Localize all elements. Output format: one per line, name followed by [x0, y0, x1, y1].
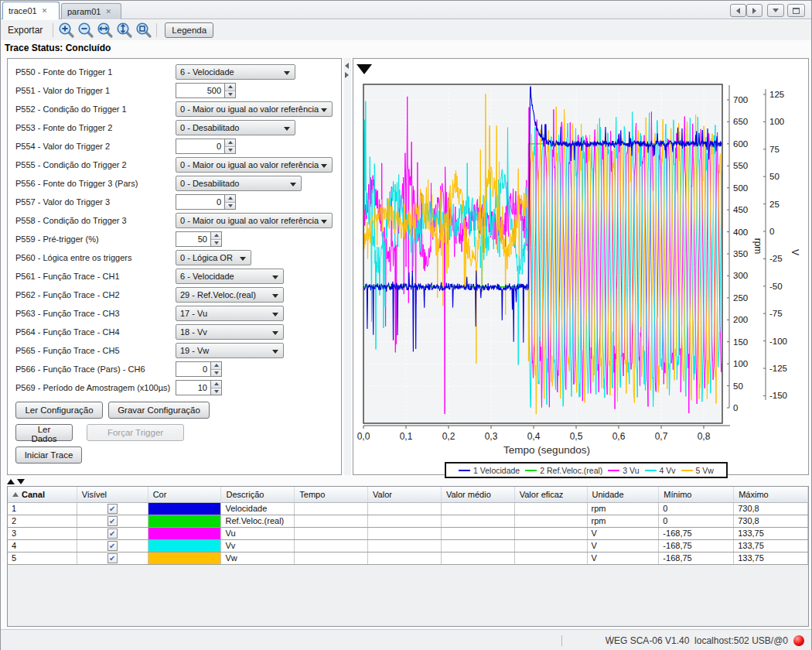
cell-cor [148, 540, 222, 552]
collapse-right-icon[interactable] [345, 72, 349, 78]
spin-down-button[interactable] [225, 146, 235, 154]
table-row-channel-2[interactable]: 2✔Ref.Veloc.(real)rpm0730,8 [8, 515, 808, 528]
column-header-cor[interactable]: Cor [148, 487, 222, 502]
param-select-p556[interactable]: 0 - Desabilitado [176, 176, 302, 191]
color-swatch[interactable] [148, 540, 221, 552]
visible-checkbox[interactable]: ✔ [107, 504, 118, 514]
param-select-p550[interactable]: 6 - Velocidade [176, 64, 295, 80]
param-select-p553[interactable]: 0 - Desabilitado [176, 120, 295, 135]
table-row-channel-4[interactable]: 4✔VvV-168,75133,75 [8, 540, 808, 552]
column-header-visivel[interactable]: Visível [77, 487, 148, 502]
color-swatch[interactable] [148, 515, 221, 527]
color-swatch[interactable] [148, 552, 221, 564]
param-select-p564[interactable]: 18 - Vv [176, 324, 284, 340]
column-header-valor_eficaz[interactable]: Valor eficaz [515, 487, 588, 502]
tab-list-button[interactable] [767, 4, 784, 17]
spin-up-button[interactable] [211, 232, 221, 239]
table-row-channel-5[interactable]: 5✔VwV-168,75133,75 [8, 552, 808, 565]
column-header-minimo[interactable]: Mínimo [659, 487, 734, 502]
tab-param01[interactable]: param01 ✕ [61, 3, 121, 19]
spin-down-button[interactable] [225, 202, 235, 210]
spin-down-button[interactable] [211, 239, 221, 247]
spinbox-value[interactable]: 0 [176, 361, 210, 377]
column-header-tempo[interactable]: Tempo [295, 487, 368, 502]
spin-up-button[interactable] [211, 381, 221, 388]
zoom-out-icon[interactable] [77, 22, 94, 39]
table-row-channel-1[interactable]: 1✔Velocidaderpm0730,8 [8, 503, 808, 515]
param-label: P558 - Condição do Trigger 3 [15, 216, 127, 225]
collapse-up-icon[interactable] [7, 479, 15, 484]
column-header-descricao[interactable]: Descrição [221, 487, 295, 502]
chevron-down-icon [284, 127, 290, 131]
spinbox-value[interactable]: 0 [176, 194, 224, 210]
spinbox-value[interactable]: 10 [176, 380, 210, 395]
column-header-maximo[interactable]: Máximo [734, 487, 808, 502]
maximize-button[interactable] [787, 4, 805, 17]
iniciar-trace-button[interactable]: Iniciar Trace [15, 446, 82, 464]
visible-checkbox[interactable]: ✔ [107, 541, 118, 551]
next-tab-button[interactable] [746, 4, 763, 17]
cell-valor_medio [442, 515, 515, 527]
color-swatch[interactable] [148, 503, 221, 515]
chevron-down-icon [272, 350, 278, 354]
param-select-p558[interactable]: 0 - Maior ou igual ao valor referência [176, 213, 333, 228]
chevron-down-icon [272, 275, 278, 279]
visible-checkbox[interactable]: ✔ [107, 529, 118, 539]
param-select-p552[interactable]: 0 - Maior ou igual ao valor referência [176, 101, 333, 117]
spin-down-button[interactable] [211, 388, 221, 395]
tab-close-icon[interactable]: ✕ [105, 9, 111, 15]
arrow-down-icon [214, 371, 219, 375]
cell-visivel: ✔ [77, 503, 148, 515]
color-swatch[interactable] [148, 528, 221, 539]
svg-text:0,2: 0,2 [442, 431, 455, 442]
spinbox-value[interactable]: 50 [176, 231, 210, 247]
zoom-horizontal-icon[interactable] [96, 22, 114, 39]
exportar-menu[interactable]: Exportar [1, 25, 49, 36]
collapse-down-icon[interactable] [17, 479, 25, 484]
horizontal-splitter[interactable] [1, 478, 811, 485]
spin-down-button[interactable] [225, 91, 235, 98]
tab-trace01[interactable]: trace01 ✕ [2, 2, 60, 19]
cell-maximo: 730,8 [734, 503, 808, 515]
spin-up-button[interactable] [211, 362, 221, 369]
column-header-unidade[interactable]: Unidade [588, 487, 660, 502]
visible-checkbox[interactable]: ✔ [107, 516, 118, 526]
tab-close-icon[interactable]: ✕ [42, 8, 48, 15]
spin-down-button[interactable] [211, 369, 221, 377]
column-header-valor[interactable]: Valor [368, 487, 442, 502]
spin-up-button[interactable] [225, 139, 235, 146]
visible-checkbox[interactable]: ✔ [107, 553, 118, 563]
zoom-in-icon[interactable] [57, 22, 75, 39]
param-select-p565[interactable]: 19 - Vw [176, 343, 284, 358]
column-header-valor_medio[interactable]: Valor médio [442, 487, 515, 502]
legend-label: 5 Vw [696, 466, 714, 475]
spin-up-button[interactable] [225, 84, 235, 91]
vertical-splitter[interactable] [344, 58, 351, 475]
trigger-marker-icon[interactable] [357, 64, 372, 74]
cell-descricao: Vw [221, 552, 295, 564]
previous-tab-button[interactable] [730, 4, 746, 17]
table-row-channel-3[interactable]: 3✔VuV-168,75133,75 [8, 528, 808, 540]
collapse-left-icon[interactable] [345, 63, 349, 69]
param-row-p563: P563 - Função Trace - CH317 - Vu [15, 305, 335, 322]
connection-status-text: WEG SCA-06 V1.40 localhost:502 USB/@0 [606, 635, 788, 646]
param-select-p555[interactable]: 0 - Maior ou igual ao valor referência [176, 157, 333, 173]
ler-dados-button[interactable]: Ler Dados [15, 424, 73, 441]
cell-valor [368, 552, 442, 564]
spin-up-button[interactable] [225, 195, 235, 202]
param-select-p560[interactable]: 0 - Lógica OR [176, 250, 251, 265]
zoom-vertical-icon[interactable] [115, 22, 133, 39]
param-select-p563[interactable]: 17 - Vu [176, 306, 284, 321]
param-select-p561[interactable]: 6 - Velocidade [176, 269, 284, 284]
spinbox-value[interactable]: 0 [176, 139, 224, 154]
trace-chart[interactable]: 0,00,10,20,30,40,50,60,70,8Tempo (segund… [353, 59, 808, 474]
column-header-canal[interactable]: Canal [8, 487, 77, 502]
cell-valor_medio [442, 552, 515, 564]
zoom-fit-icon[interactable] [135, 22, 152, 39]
legenda-button[interactable]: Legenda [165, 22, 213, 38]
ler-configuracao-button[interactable]: Ler Configuração [15, 402, 103, 419]
spinbox-value[interactable]: 500 [176, 83, 224, 98]
gravar-configuracao-button[interactable]: Gravar Configuração [108, 402, 210, 419]
svg-text:-75: -75 [769, 309, 783, 318]
param-select-p562[interactable]: 29 - Ref.Veloc.(real) [176, 287, 284, 303]
